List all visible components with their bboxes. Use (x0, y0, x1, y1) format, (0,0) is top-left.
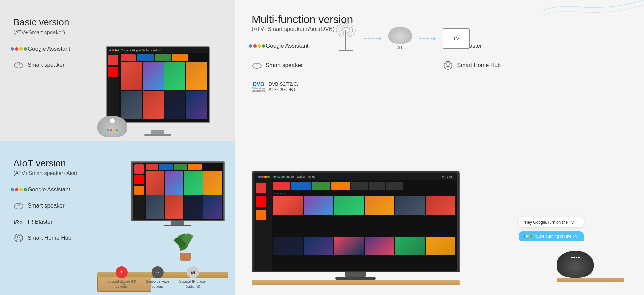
aiot-feature-hub: Smart Home Hub (13, 233, 94, 243)
zigbee-label: Z (121, 271, 123, 274)
rdot-green (262, 44, 265, 48)
main-movie-7 (273, 237, 303, 255)
small-movies (146, 171, 222, 219)
google-assistant-icon (13, 44, 24, 54)
main-movie-1 (273, 196, 303, 215)
chat-bubble-1: "Hey Google,Turn on the TV" (519, 217, 584, 227)
basic-tv-body (107, 53, 209, 120)
main-movie-12 (426, 237, 455, 255)
aiot-feature-google: Google Assistant (13, 184, 94, 195)
right-desk-surface (557, 278, 624, 282)
main-tv-screen: Try searching for "action movies" ⚙ 1:05 (254, 173, 457, 271)
main-content-grid: Play Store (254, 180, 457, 271)
right-google-dots (249, 44, 265, 48)
chat-bubbles: "Hey Google,Turn on the TV" "Sure,Turnin… (519, 217, 584, 241)
movie7 (164, 91, 185, 119)
svg-point-9 (447, 63, 449, 65)
tv-diagram-label: TV (453, 36, 459, 41)
dot-green-2 (24, 188, 27, 191)
dot-yellow-2 (19, 188, 23, 191)
dark-speaker-body (557, 251, 594, 278)
small-youtube-icon (134, 175, 144, 184)
gear-icon: ⚙ (441, 175, 444, 178)
movies-grid (121, 62, 207, 119)
dot-yellow (19, 47, 23, 51)
basic-tv-stand (151, 130, 164, 134)
aiot-google-label: Google Assistant (28, 186, 70, 193)
aiot-tv-screen (133, 163, 223, 220)
main-tv-time: 1:05 (447, 175, 453, 178)
cb-dot-white (526, 235, 528, 237)
right-speaker-label: Smart speaker (266, 62, 303, 69)
movie1 (121, 62, 142, 90)
ir-bottom-sublabel: (optional) (186, 285, 200, 288)
m-dot-green (267, 176, 270, 178)
youtube-icon (108, 67, 118, 77)
rdot-red (253, 44, 257, 48)
basic-info: Basic version (ATV+Smart speaker) Google… (13, 13, 94, 141)
main-app-chip-1 (273, 182, 290, 190)
speaker-color-dots (107, 129, 118, 131)
aiot-tv-frame (131, 161, 225, 221)
main-tv-stand (345, 272, 366, 277)
ir-signal-svg (20, 220, 24, 224)
cb-dot-yellow (528, 235, 530, 237)
main-movie-10 (365, 237, 394, 255)
ir-bottom-item: IR Support IR Blaster (optional) (179, 266, 207, 288)
sd-yellow (113, 129, 115, 131)
sm7 (184, 195, 203, 219)
d8 (430, 38, 432, 39)
right-panel: Multi-function version (ATV+Smart speake… (235, 0, 644, 295)
basic-tv-content (119, 53, 209, 120)
speaker-top-dot (110, 118, 115, 123)
zigbee-text: Support Zigbee 3.0 (107, 280, 136, 283)
main-app-chip-7 (386, 182, 403, 190)
zigbee-subtext: (optional) (115, 285, 129, 288)
aiot-tv-sidebar (133, 163, 145, 220)
d5 (419, 38, 421, 39)
zwave-subtext: (optional) (151, 285, 165, 288)
chat-bubble-1-text: "Hey Google,Turn on the TV" (523, 220, 575, 225)
main-tv-bar: Try searching for "action movies" ⚙ 1:05 (254, 173, 457, 180)
std2 (573, 257, 575, 258)
google-dots (11, 47, 27, 51)
ir-bottom-icon: IR (187, 266, 199, 278)
aiot-hub-icon (13, 233, 24, 243)
left-panel: Basic version (ATV+Smart speaker) Google… (0, 0, 235, 295)
basic-tv-topbar: Try searching for "action movies" (107, 47, 209, 53)
aiot-speaker-svg (14, 202, 24, 210)
zwave-label-text: Z~ (156, 271, 159, 274)
app4 (172, 54, 188, 61)
main-tv-area: Try searching for "action movies" ⚙ 1:05 (252, 171, 460, 285)
main-movie-6 (426, 196, 455, 215)
main-assistant-dots (258, 176, 270, 178)
zwave-icon: Z~ (152, 266, 164, 278)
small-apps-icon (134, 164, 144, 174)
m-dot-yellow (264, 176, 267, 178)
right-hub-svg (443, 61, 453, 70)
plant-pot (180, 253, 191, 261)
main-movie-5 (395, 196, 425, 215)
m-dot-red (261, 176, 264, 178)
google-assistant-label: Google Assistant (28, 46, 70, 52)
sd-red (110, 129, 112, 131)
main-app-chip-3 (312, 182, 330, 190)
aiot-hub-label: Smart Home Hub (28, 235, 71, 241)
basic-tv-search-text: Try searching for "action movies" (121, 49, 161, 52)
main-app-chip-5 (351, 182, 368, 190)
deco-curve (543, 0, 644, 20)
arrow1 (364, 37, 382, 40)
a1-device-shape (388, 27, 412, 44)
basic-speaker-device (97, 116, 127, 137)
main-app-chip-6 (369, 182, 385, 190)
sm2 (165, 171, 183, 195)
arrow-head1 (379, 37, 382, 40)
dark-speaker-dots (571, 257, 580, 258)
aiot-feature-ir: IR IR Blaster (13, 217, 94, 227)
dvb-main-text: DVB (253, 82, 264, 87)
small-app3 (174, 164, 187, 170)
aiot-ir-label: IR Blaster (28, 219, 53, 225)
zigbee-item: Z Support Zigbee 3.0 (optional) (107, 266, 136, 288)
aiot-tv-body (145, 163, 223, 220)
tv-box-outline: TV (443, 28, 470, 49)
